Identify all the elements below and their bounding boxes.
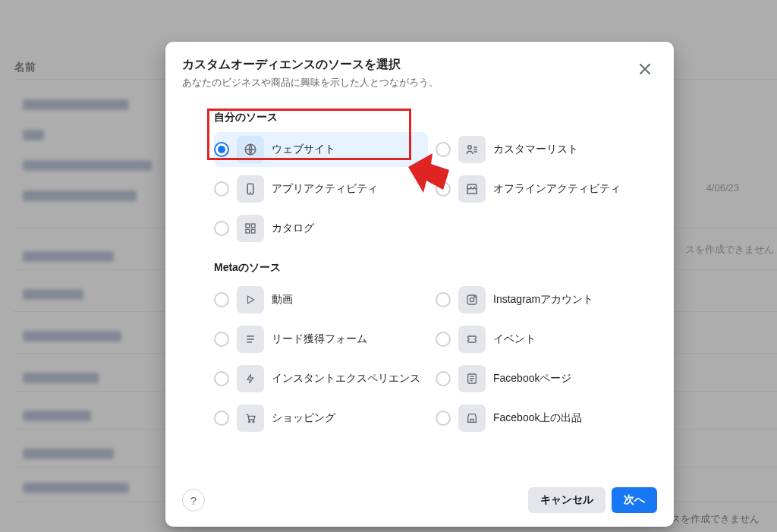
modal-title: カスタムオーディエンスのソースを選択 <box>182 57 439 73</box>
section-meta-title: Metaのソース <box>214 261 657 275</box>
option-app-activity[interactable]: アプリアクティビティ <box>214 172 428 206</box>
radio-event[interactable] <box>436 332 451 347</box>
option-facebook-listing[interactable]: Facebook上の出品 <box>436 401 650 436</box>
option-website[interactable]: ウェブサイト <box>214 132 428 167</box>
svg-rect-3 <box>246 224 250 228</box>
radio-offline-activity[interactable] <box>436 181 451 197</box>
option-instagram[interactable]: Instagramアカウント <box>436 282 650 317</box>
option-shopping[interactable]: ショッピング <box>214 401 428 436</box>
option-customer-list[interactable]: カスタマーリスト <box>436 132 650 167</box>
svg-point-11 <box>249 421 250 423</box>
globe-icon <box>244 143 257 156</box>
ticket-icon <box>466 333 478 345</box>
label-lead-form: リード獲得フォーム <box>272 332 367 346</box>
meta-sources-grid: 動画 Instagramアカウント リード獲得フォーム イベント インスタントエ… <box>214 282 650 436</box>
label-website: ウェブサイト <box>272 143 335 156</box>
radio-website[interactable] <box>214 142 229 157</box>
label-video: 動画 <box>272 293 293 307</box>
cancel-button[interactable]: キャンセル <box>528 487 606 513</box>
label-app-activity: アプリアクティビティ <box>272 182 378 196</box>
user-list-icon <box>465 143 479 156</box>
svg-rect-4 <box>251 224 255 228</box>
close-icon <box>639 63 651 75</box>
radio-app-activity[interactable] <box>214 181 229 197</box>
option-lead-form[interactable]: リード獲得フォーム <box>214 322 428 357</box>
label-facebook-page: Facebookページ <box>493 372 571 386</box>
page-icon <box>466 373 478 385</box>
svg-point-1 <box>468 146 472 150</box>
next-button[interactable]: 次へ <box>612 487 657 513</box>
own-sources-grid: ウェブサイト カスタマーリスト アプリアクティビティ オフラインアクティビティ … <box>214 132 650 246</box>
svg-rect-5 <box>246 229 250 233</box>
source-select-modal: カスタムオーディエンスのソースを選択 あなたのビジネスや商品に興味を示した人とつ… <box>165 42 674 527</box>
label-instagram: Instagramアカウント <box>493 293 593 307</box>
close-button[interactable] <box>633 57 657 81</box>
modal-footer: ? キャンセル 次へ <box>182 487 657 513</box>
radio-instagram[interactable] <box>436 292 451 307</box>
radio-facebook-listing[interactable] <box>436 411 451 426</box>
radio-instant-experience[interactable] <box>214 371 229 386</box>
svg-point-9 <box>474 297 475 297</box>
cart-icon <box>244 412 256 424</box>
grid-icon <box>244 222 256 235</box>
label-facebook-listing: Facebook上の出品 <box>493 411 582 425</box>
instagram-icon <box>466 294 478 306</box>
option-offline-activity[interactable]: オフラインアクティビティ <box>436 172 650 206</box>
option-event[interactable]: イベント <box>436 322 650 357</box>
shop-icon <box>466 412 478 424</box>
option-catalog[interactable]: カタログ <box>214 211 428 246</box>
play-icon <box>245 294 256 305</box>
radio-shopping[interactable] <box>214 411 229 426</box>
radio-facebook-page[interactable] <box>436 371 451 386</box>
section-own-title: 自分のソース <box>214 111 657 124</box>
label-customer-list: カスタマーリスト <box>493 143 578 156</box>
option-video[interactable]: 動画 <box>214 282 428 317</box>
help-icon: ? <box>190 494 197 507</box>
radio-catalog[interactable] <box>214 221 229 236</box>
store-icon <box>465 182 479 196</box>
svg-point-12 <box>253 421 254 423</box>
label-shopping: ショッピング <box>272 411 335 425</box>
radio-lead-form[interactable] <box>214 332 229 347</box>
form-icon <box>244 333 256 345</box>
label-event: イベント <box>493 332 536 346</box>
label-instant-experience: インスタントエクスペリエンス <box>272 372 420 386</box>
bolt-icon <box>245 373 256 385</box>
radio-customer-list[interactable] <box>436 142 451 157</box>
svg-rect-6 <box>251 229 255 233</box>
modal-header: カスタムオーディエンスのソースを選択 あなたのビジネスや商品に興味を示した人とつ… <box>182 57 657 90</box>
svg-point-8 <box>470 297 473 301</box>
label-offline-activity: オフラインアクティビティ <box>493 182 621 196</box>
radio-video[interactable] <box>214 292 229 307</box>
option-facebook-page[interactable]: Facebookページ <box>436 361 650 396</box>
modal-subtitle: あなたのビジネスや商品に興味を示した人とつながろう。 <box>182 76 439 90</box>
help-button[interactable]: ? <box>182 489 205 512</box>
option-instant-experience[interactable]: インスタントエクスペリエンス <box>214 361 428 396</box>
label-catalog: カタログ <box>272 222 314 235</box>
mobile-icon <box>244 182 257 196</box>
